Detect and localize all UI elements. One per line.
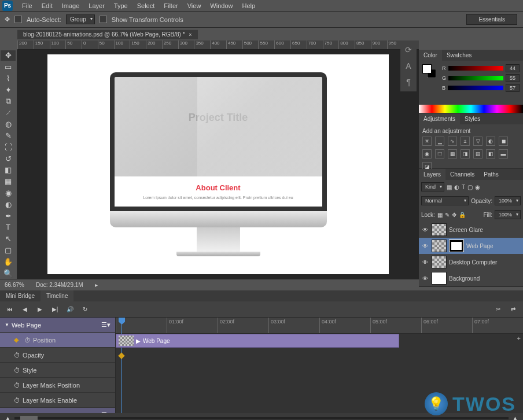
tab-mini-bridge[interactable]: Mini Bridge [0,290,40,301]
property-layer-mask-enable[interactable]: ⏱ Layer Mask Enable [0,393,115,408]
lock-transparency-icon[interactable]: ▦ [437,212,443,218]
tab-color[interactable]: Color [419,50,442,61]
tab-timeline[interactable]: Timeline [40,290,73,301]
menu-layer[interactable]: Layer [84,2,109,9]
menu-view[interactable]: View [183,2,206,9]
pen-tool[interactable]: ✒ [1,211,16,221]
menu-window[interactable]: Window [205,2,237,9]
tab-paths[interactable]: Paths [479,169,503,180]
expand-icon[interactable]: ▶ [136,338,141,344]
menu-image[interactable]: Image [57,2,84,9]
zoom-out-icon[interactable]: ▲ [5,415,11,420]
marquee-tool[interactable]: ▭ [1,62,16,72]
eyedropper-tool[interactable]: ⟋ [1,108,16,118]
vibrance-icon[interactable]: ▽ [473,137,483,146]
track-web-page[interactable]: ▼ Web Page ☰▾ [0,318,115,333]
audio-button[interactable]: 🔊 [65,304,75,315]
auto-select-dropdown[interactable]: Group [66,14,95,24]
filter-pixel-icon[interactable]: ▦ [447,184,452,190]
type-tool[interactable]: T [1,222,16,233]
stopwatch-icon[interactable]: ⏱ [14,367,20,374]
lookup-icon[interactable]: ▦ [448,149,457,159]
add-media-icon[interactable]: + [517,335,521,342]
auto-select-checkbox[interactable] [14,16,22,23]
blend-mode-dropdown[interactable]: Normal [421,196,469,205]
lock-position-icon[interactable]: ✥ [452,212,456,218]
stopwatch-icon[interactable]: ⏱ [24,337,31,344]
tab-styles[interactable]: Styles [460,113,485,124]
lock-pixels-icon[interactable]: ✎ [445,212,450,218]
visibility-icon[interactable]: 👁 [421,227,429,233]
track-desktop-computer[interactable]: ▶ Desktop Computer ☰▾ [0,408,115,413]
stopwatch-icon[interactable]: ⏱ [14,352,20,359]
menu-edit[interactable]: Edit [37,2,57,9]
blur-tool[interactable]: ◉ [1,188,16,198]
transition-button[interactable]: ⇄ [508,304,518,315]
split-button[interactable]: ✂ [493,304,503,315]
levels-icon[interactable]: ▁ [435,137,444,146]
chevron-right-icon[interactable]: ▸ [95,282,98,288]
g-slider[interactable] [448,76,503,80]
show-transform-checkbox[interactable] [100,16,107,23]
r-slider[interactable] [448,66,504,71]
layer-desktop-computer[interactable]: 👁 Desktop Computer [419,254,523,270]
menu-help[interactable]: Help [237,2,260,9]
loop-button[interactable]: ↻ [80,304,90,315]
r-value[interactable]: 44 [506,64,520,72]
brightness-icon[interactable]: ☀ [422,137,432,146]
filter-smart-icon[interactable]: ◉ [475,184,480,190]
threshold-icon[interactable]: ◧ [486,149,495,159]
eraser-tool[interactable]: ◧ [1,165,16,175]
tab-channels[interactable]: Channels [445,169,479,180]
move-tool[interactable]: ✥ [1,50,16,61]
crop-tool[interactable]: ⧉ [1,96,16,106]
first-frame-button[interactable]: ⏮ [5,304,15,315]
zoom-in-icon[interactable]: ▲ [512,415,518,420]
menu-type[interactable]: Type [109,2,132,9]
foreground-color-swatch[interactable] [422,64,432,73]
shape-tool[interactable]: ▢ [1,245,16,256]
brush-tool[interactable]: ✎ [1,131,16,141]
property-layer-mask-position[interactable]: ⏱ Layer Mask Position [0,378,115,393]
canvas-area[interactable]: Project Title About Client Lorem ipsum d… [17,50,419,279]
zoom-handle[interactable] [20,416,38,420]
hue-icon[interactable]: ◐ [486,137,495,146]
visibility-icon[interactable]: 👁 [421,259,429,266]
tab-swatches[interactable]: Swatches [442,50,476,61]
filter-type-icon[interactable]: T [462,184,465,190]
zoom-tool[interactable]: 🔍 [1,268,16,278]
layer-screen-glare[interactable]: 👁 Screen Glare [419,222,523,238]
property-opacity[interactable]: ⏱ Opacity [0,348,115,363]
color-swatch[interactable] [422,64,439,80]
play-button[interactable]: ▶ [35,304,45,315]
gradient-tool[interactable]: ▦ [1,176,16,187]
g-value[interactable]: 55 [506,74,520,82]
layer-web-page[interactable]: 👁 Web Page [419,238,523,254]
curves-icon[interactable]: ∿ [448,137,457,146]
invert-icon[interactable]: ◨ [461,149,470,159]
filter-adjustment-icon[interactable]: ◐ [454,184,459,190]
character-icon[interactable]: A [406,61,411,71]
stamp-tool[interactable]: ⛶ [1,142,16,152]
history-icon[interactable]: ⟳ [405,45,412,54]
b-value[interactable]: 57 [506,84,520,92]
bw-icon[interactable]: ◼ [499,137,508,146]
document-tab[interactable]: blog-20180125-animations.psd @ 66.7% (We… [17,29,198,39]
menu-select[interactable]: Select [132,2,160,9]
opacity-input[interactable]: 100% [495,196,521,205]
playhead[interactable] [121,318,122,413]
channel-mixer-icon[interactable]: ⬚ [435,149,444,159]
close-icon[interactable]: × [189,32,191,38]
layer-kind-filter[interactable]: Kind [421,182,444,191]
posterize-icon[interactable]: ▤ [473,149,483,159]
healing-tool[interactable]: ◍ [1,119,16,130]
dodge-tool[interactable]: ◐ [1,199,16,209]
gradient-map-icon[interactable]: ▬ [499,149,508,159]
menu-file[interactable]: File [17,2,37,9]
path-tool[interactable]: ↖ [1,234,16,244]
exposure-icon[interactable]: ± [461,137,470,146]
lasso-tool[interactable]: ⌇ [1,73,16,84]
tab-layers[interactable]: Layers [419,169,445,180]
property-position[interactable]: ◆ ⏱ Position [0,333,115,348]
filter-shape-icon[interactable]: ▢ [467,184,473,190]
